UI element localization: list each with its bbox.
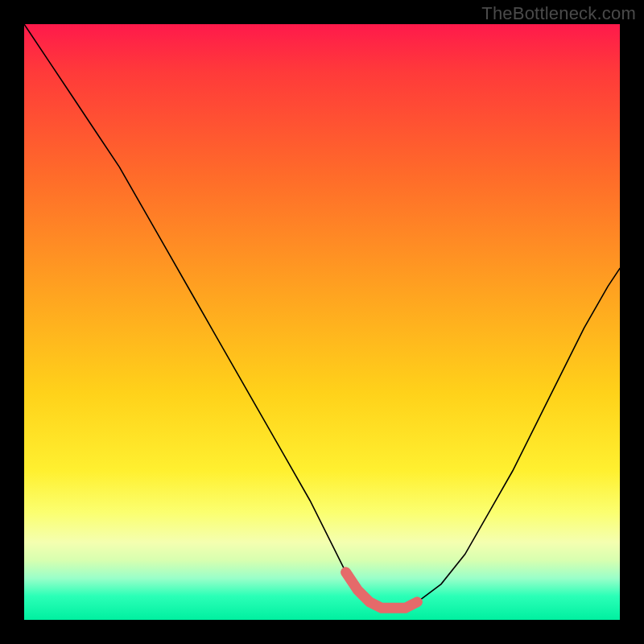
plot-area [24,24,620,620]
watermark-label: TheBottleneck.com [481,3,636,24]
bottleneck-curve-highlight [346,572,418,608]
chart-frame: TheBottleneck.com [0,0,644,644]
bottleneck-curve-svg [24,24,620,620]
bottleneck-curve-line [24,24,620,608]
